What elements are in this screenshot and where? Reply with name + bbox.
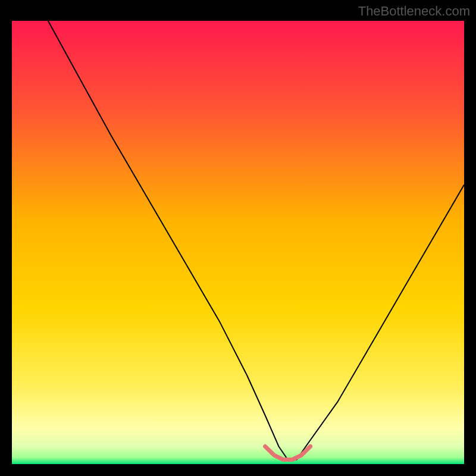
bottleneck-chart <box>12 21 464 464</box>
watermark-text: TheBottleneck.com <box>358 4 470 19</box>
chart-container <box>12 21 464 464</box>
chart-background <box>12 21 464 464</box>
